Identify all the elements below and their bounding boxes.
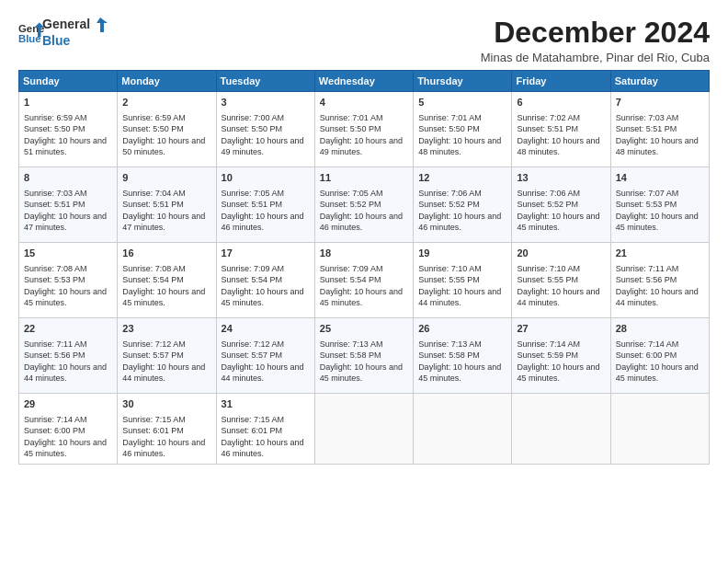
table-row: 3Sunrise: 7:00 AMSunset: 5:50 PMDaylight… <box>216 92 314 167</box>
month-title: December 2024 <box>481 17 710 49</box>
table-row: 17Sunrise: 7:09 AMSunset: 5:54 PMDayligh… <box>216 243 314 318</box>
logo-icon: General Blue <box>18 19 44 45</box>
table-row: 30Sunrise: 7:15 AMSunset: 6:01 PMDayligh… <box>118 394 216 465</box>
logo: General Blue General Blue <box>18 17 108 48</box>
table-row: 26Sunrise: 7:13 AMSunset: 5:58 PMDayligh… <box>414 318 512 394</box>
table-row: 4Sunrise: 7:01 AMSunset: 5:50 PMDaylight… <box>314 92 413 167</box>
table-row: 9Sunrise: 7:04 AMSunset: 5:51 PMDaylight… <box>118 167 216 243</box>
table-row <box>610 394 709 465</box>
header: General Blue General Blue December 2024 … <box>18 17 710 64</box>
table-row: 11Sunrise: 7:05 AMSunset: 5:52 PMDayligh… <box>314 167 413 243</box>
table-row: 18Sunrise: 7:09 AMSunset: 5:54 PMDayligh… <box>314 243 413 318</box>
table-row: 21Sunrise: 7:11 AMSunset: 5:56 PMDayligh… <box>610 243 709 318</box>
header-row: Sunday Monday Tuesday Wednesday Thursday… <box>19 71 710 92</box>
logo-blue: Blue <box>42 33 108 48</box>
table-row: 24Sunrise: 7:12 AMSunset: 5:57 PMDayligh… <box>216 318 314 394</box>
svg-marker-3 <box>97 17 108 32</box>
table-row: 10Sunrise: 7:05 AMSunset: 5:51 PMDayligh… <box>216 167 314 243</box>
table-row: 7Sunrise: 7:03 AMSunset: 5:51 PMDaylight… <box>610 92 709 167</box>
flag-icon <box>91 17 108 33</box>
location: Minas de Matahambre, Pinar del Rio, Cuba <box>481 51 710 64</box>
table-row: 1Sunrise: 6:59 AMSunset: 5:50 PMDaylight… <box>19 92 118 167</box>
table-row: 14Sunrise: 7:07 AMSunset: 5:53 PMDayligh… <box>610 167 709 243</box>
table-row: 16Sunrise: 7:08 AMSunset: 5:54 PMDayligh… <box>118 243 216 318</box>
table-row <box>512 394 610 465</box>
table-row: 8Sunrise: 7:03 AMSunset: 5:51 PMDaylight… <box>19 167 118 243</box>
col-tuesday: Tuesday <box>216 71 314 92</box>
table-row <box>314 394 413 465</box>
table-row: 23Sunrise: 7:12 AMSunset: 5:57 PMDayligh… <box>118 318 216 394</box>
svg-text:Blue: Blue <box>18 33 41 44</box>
table-row: 29Sunrise: 7:14 AMSunset: 6:00 PMDayligh… <box>19 394 118 465</box>
table-row: 28Sunrise: 7:14 AMSunset: 6:00 PMDayligh… <box>610 318 709 394</box>
table-row: 19Sunrise: 7:10 AMSunset: 5:55 PMDayligh… <box>414 243 512 318</box>
title-block: December 2024 Minas de Matahambre, Pinar… <box>481 17 710 64</box>
table-row: 31Sunrise: 7:15 AMSunset: 6:01 PMDayligh… <box>216 394 314 465</box>
table-row: 13Sunrise: 7:06 AMSunset: 5:52 PMDayligh… <box>512 167 610 243</box>
table-row: 20Sunrise: 7:10 AMSunset: 5:55 PMDayligh… <box>512 243 610 318</box>
col-sunday: Sunday <box>19 71 118 92</box>
col-saturday: Saturday <box>610 71 709 92</box>
table-row <box>414 394 512 465</box>
table-row: 25Sunrise: 7:13 AMSunset: 5:58 PMDayligh… <box>314 318 413 394</box>
table-row: 22Sunrise: 7:11 AMSunset: 5:56 PMDayligh… <box>19 318 118 394</box>
col-wednesday: Wednesday <box>314 71 413 92</box>
table-row: 5Sunrise: 7:01 AMSunset: 5:50 PMDaylight… <box>414 92 512 167</box>
col-monday: Monday <box>118 71 216 92</box>
calendar-table: Sunday Monday Tuesday Wednesday Thursday… <box>18 70 710 465</box>
table-row: 27Sunrise: 7:14 AMSunset: 5:59 PMDayligh… <box>512 318 610 394</box>
col-thursday: Thursday <box>414 71 512 92</box>
table-row: 2Sunrise: 6:59 AMSunset: 5:50 PMDaylight… <box>118 92 216 167</box>
table-row: 6Sunrise: 7:02 AMSunset: 5:51 PMDaylight… <box>512 92 610 167</box>
table-row: 15Sunrise: 7:08 AMSunset: 5:53 PMDayligh… <box>19 243 118 318</box>
col-friday: Friday <box>512 71 610 92</box>
table-row: 12Sunrise: 7:06 AMSunset: 5:52 PMDayligh… <box>414 167 512 243</box>
